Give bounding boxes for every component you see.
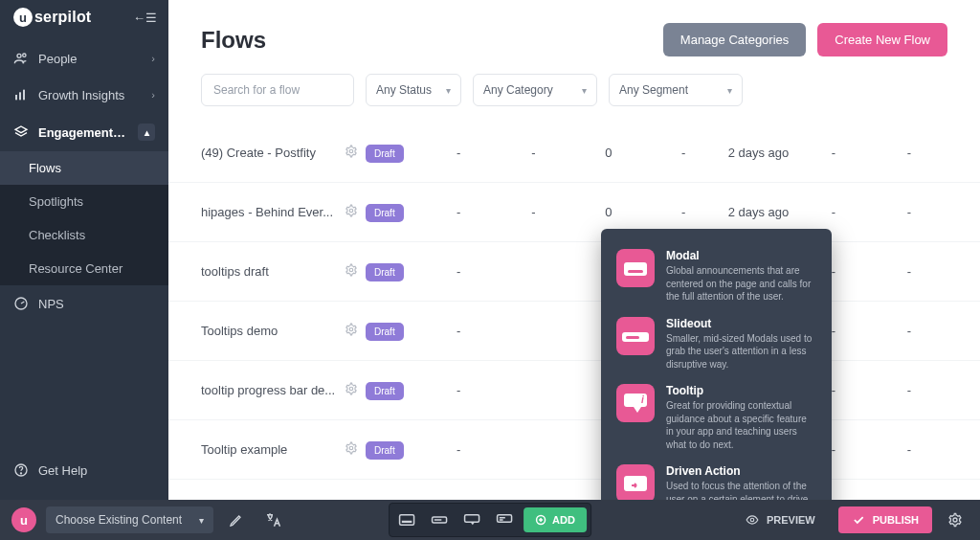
sidebar-collapse-icon[interactable]: ←☰ — [133, 11, 157, 25]
cell: 0 — [571, 205, 646, 219]
menu-item-desc: Global announcements that are centered o… — [666, 264, 816, 304]
row-gear-icon[interactable] — [345, 441, 366, 458]
tool-tooltip-icon[interactable] — [458, 508, 485, 531]
filters: Search for a flow Any Status▾ Any Catego… — [168, 74, 980, 124]
table-row[interactable]: tooltip progress bar de...Draft--last we… — [168, 361, 980, 420]
row-gear-icon[interactable] — [345, 323, 366, 339]
cell: 0 — [571, 146, 646, 160]
svg-rect-35 — [500, 519, 503, 521]
translate-icon[interactable] — [259, 506, 286, 533]
svg-point-38 — [953, 518, 957, 522]
bottom-right: PREVIEW PUBLISH — [732, 506, 969, 533]
status-cell: Draft — [366, 205, 421, 219]
cell: - — [796, 205, 871, 219]
flows-table: (49) Create - PostfityDraft--0-2 days ag… — [168, 124, 980, 540]
cell — [496, 442, 570, 457]
table-row[interactable]: hipages - Behind Ever...Draft--0-2 days … — [168, 183, 980, 242]
gauge-icon — [13, 296, 29, 311]
cell: - — [871, 146, 947, 160]
modal-icon — [616, 249, 655, 287]
chevron-right-icon: › — [151, 89, 155, 101]
menu-item-title: Modal — [666, 249, 816, 262]
main: Flows Manage Categories Create New Flow … — [168, 0, 980, 540]
sidebar-item-label: People — [38, 52, 142, 66]
chevron-right-icon: › — [151, 53, 155, 64]
status-badge: Draft — [366, 441, 404, 460]
manage-categories-button[interactable]: Manage Categories — [663, 23, 806, 56]
sidebar-item-label: Get Help — [38, 463, 155, 478]
cell: - — [421, 264, 496, 279]
cell: - — [421, 205, 496, 219]
preview-button[interactable]: PREVIEW — [732, 506, 829, 533]
table-row[interactable]: Tooltips demoDraft--last week-- — [168, 302, 980, 361]
engagement-subnav: Flows Spotlights Checklists Resource Cen… — [0, 151, 168, 285]
svg-rect-34 — [500, 517, 505, 519]
svg-point-10 — [349, 209, 353, 213]
row-gear-icon[interactable] — [345, 263, 366, 280]
tool-tray: ADD — [389, 503, 591, 537]
sidebar-item-growth[interactable]: Growth Insights › — [0, 77, 168, 113]
cell: - — [796, 146, 871, 160]
subnav-spotlights[interactable]: Spotlights — [0, 185, 168, 218]
filter-status[interactable]: Any Status▾ — [366, 74, 461, 106]
menu-item-title: Driven Action — [666, 464, 816, 478]
row-gear-icon[interactable] — [345, 145, 366, 161]
topbar: Flows Manage Categories Create New Flow — [168, 0, 980, 74]
row-gear-icon[interactable] — [345, 382, 366, 398]
search-placeholder: Search for a flow — [213, 83, 300, 97]
sidebar-item-label: Engagement Layer — [38, 125, 128, 140]
chevron-down-icon: ▾ — [446, 85, 451, 96]
tool-slideout-icon[interactable] — [426, 508, 453, 531]
sidebar-item-engagement[interactable]: Engagement Layer ▴ — [0, 113, 168, 151]
row-gear-icon[interactable] — [345, 204, 366, 220]
cell: - — [646, 205, 721, 219]
sidebar-item-people[interactable]: People › — [0, 40, 168, 77]
menu-item-desc: Great for providing contextual guidance … — [666, 399, 816, 451]
avatar[interactable]: u — [11, 507, 36, 532]
people-icon — [13, 51, 29, 66]
svg-point-12 — [349, 327, 353, 331]
component-picker-menu: ModalGlobal announcements that are cente… — [601, 229, 832, 540]
cell: - — [496, 146, 570, 160]
svg-rect-32 — [465, 515, 479, 523]
status-badge: Draft — [366, 382, 404, 400]
menu-item-slideout[interactable]: SlideoutSmaller, mid-sized Modals used t… — [601, 310, 832, 378]
sidebar-item-label: Growth Insights — [38, 88, 142, 102]
table-row[interactable]: tooltips draftDraft--last week-- — [168, 242, 980, 302]
subnav-resource-center[interactable]: Resource Center — [0, 252, 168, 285]
flow-name: hipages - Behind Ever... — [201, 205, 345, 219]
sidebar-item-nps[interactable]: NPS — [0, 285, 168, 322]
cell: - — [496, 205, 570, 219]
cell: - — [421, 324, 496, 338]
tooltip-icon: i — [616, 384, 655, 422]
cell: - — [421, 146, 496, 160]
publish-button[interactable]: PUBLISH — [838, 506, 932, 533]
menu-item-modal[interactable]: ModalGlobal announcements that are cente… — [601, 242, 832, 310]
status-cell: Draft — [366, 383, 421, 397]
menu-item-tooltip[interactable]: iTooltipGreat for providing contextual g… — [601, 377, 832, 458]
status-cell: Draft — [366, 146, 421, 160]
subnav-flows[interactable]: Flows — [0, 151, 168, 185]
top-actions: Manage Categories Create New Flow — [663, 23, 947, 56]
table-row[interactable]: Tooltip exampleDraft--last week-- — [168, 420, 980, 480]
svg-rect-2 — [15, 95, 17, 100]
svg-point-0 — [17, 54, 21, 57]
svg-point-7 — [20, 473, 21, 474]
svg-point-13 — [349, 387, 353, 391]
settings-icon[interactable] — [942, 506, 969, 533]
subnav-checklists[interactable]: Checklists — [0, 218, 168, 252]
add-button[interactable]: ADD — [523, 507, 587, 532]
edit-icon[interactable] — [223, 506, 250, 533]
sidebar-item-gethelp[interactable]: Get Help — [0, 452, 168, 488]
table-row[interactable]: (49) Create - PostfityDraft--0-2 days ag… — [168, 124, 980, 183]
filter-category[interactable]: Any Category▾ — [473, 74, 597, 106]
filter-segment[interactable]: Any Segment▾ — [609, 74, 743, 106]
search-input[interactable]: Search for a flow — [201, 74, 354, 106]
create-flow-button[interactable]: Create New Flow — [817, 23, 947, 56]
status-badge: Draft — [366, 204, 404, 222]
cell: - — [871, 205, 947, 219]
tool-modal-icon[interactable] — [393, 508, 420, 531]
tool-driven-icon[interactable] — [491, 508, 518, 531]
choose-content-select[interactable]: Choose Existing Content ▾ — [46, 506, 213, 533]
status-badge: Draft — [366, 323, 404, 341]
